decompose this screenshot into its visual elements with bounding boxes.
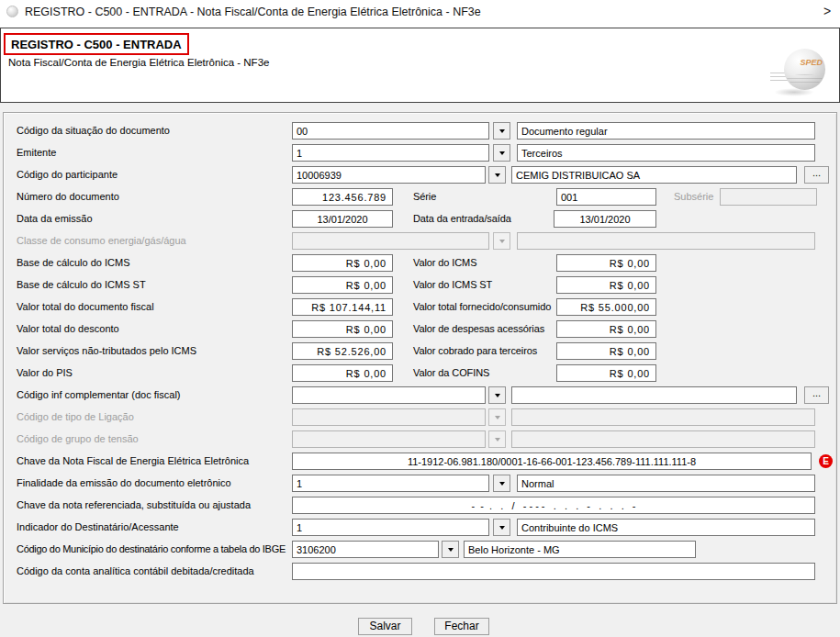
classe-dropdown-button: [493, 232, 510, 250]
expand-chevron-icon[interactable]: >: [823, 4, 831, 18]
emitente-code-input[interactable]: 1: [292, 144, 489, 162]
window-title: REGISTRO - C500 - ENTRADA - Nota Fiscal/…: [25, 6, 481, 18]
app-icon: [6, 6, 18, 17]
label-municipio-ibge: Código do Município do destinatário conf…: [17, 541, 286, 558]
sped-logo-icon: SPED: [784, 49, 825, 90]
chevron-down-icon: [495, 394, 500, 397]
grupo-tensao-code-input: [292, 430, 486, 448]
indicador-code-input[interactable]: 1: [292, 519, 489, 536]
window: REGISTRO - C500 - ENTRADA - Nota Fiscal/…: [0, 0, 840, 637]
label-valor-cofins: Valor da COFINS: [413, 364, 489, 382]
error-badge: E: [819, 454, 833, 468]
bc-icms-input[interactable]: R$ 0,00: [292, 254, 393, 272]
sped-logo-text: SPED: [800, 58, 823, 67]
header-title-box: REGISTRO - C500 - ENTRADA: [4, 33, 189, 55]
page-title: REGISTRO - C500 - ENTRADA: [11, 38, 182, 51]
finalidade-dropdown-button[interactable]: [493, 475, 510, 492]
label-chave-referenciada: Chave da nota referenciada, substituída …: [17, 497, 251, 514]
tipo-ligacao-dropdown-button: [488, 408, 506, 426]
situacao-dropdown-button[interactable]: [493, 122, 510, 140]
chevron-down-icon: [495, 173, 500, 177]
valor-total-doc-input[interactable]: R$ 107.144,11: [292, 298, 393, 316]
label-finalidade: Finalidade da emissão do documento eletr…: [17, 475, 231, 492]
chevron-down-icon: [499, 526, 505, 530]
emitente-desc-field[interactable]: Terceiros: [517, 144, 815, 162]
close-button[interactable]: Fechar: [434, 618, 489, 635]
label-data-emissao: Data da emissão: [17, 210, 93, 228]
situacao-desc-field[interactable]: Documento regular: [517, 122, 815, 140]
label-emitente: Emitente: [17, 144, 56, 162]
inf-complementar-desc-field[interactable]: [511, 386, 797, 404]
label-inf-complementar: Código inf complementar (doc fiscal): [17, 386, 181, 404]
bc-icms-st-input[interactable]: R$ 0,00: [292, 276, 393, 294]
chave-nf3e-input[interactable]: 11-1912-06.981.180/0001-16-66-001-123.45…: [292, 453, 812, 470]
label-data-entrada: Data da entrada/saída: [413, 210, 511, 228]
tipo-ligacao-code-input: [292, 408, 486, 426]
chave-referenciada-input[interactable]: - - . . / - - - - . . . - . . . -: [292, 497, 815, 514]
participante-dropdown-button[interactable]: [488, 166, 506, 184]
label-serie: Série: [413, 188, 436, 206]
label-subserie: Subsérie: [674, 188, 713, 206]
participante-code-input[interactable]: 10006939: [292, 166, 486, 184]
save-button[interactable]: Salvar: [358, 618, 412, 635]
cobrado-terceiros-input[interactable]: R$ 0,00: [556, 342, 656, 360]
page-subtitle: Nota Fiscal/Conta de Energia Elétrica El…: [8, 57, 269, 68]
chevron-down-icon: [499, 482, 505, 486]
label-cobrado-terceiros: Valor cobrado para terceiros: [413, 342, 537, 360]
label-valor-fornecido: Valor total fornecido/consumido: [413, 298, 551, 316]
label-bc-icms: Base de cálculo do ICMS: [17, 254, 130, 272]
valor-fornecido-input[interactable]: R$ 55.000,00: [556, 298, 656, 316]
data-entrada-input[interactable]: 13/01/2020: [554, 210, 656, 228]
label-bc-icms-st: Base de cálculo do ICMS ST: [17, 276, 146, 294]
nao-tributados-input[interactable]: R$ 52.526,00: [292, 342, 393, 360]
inf-complementar-dropdown-button[interactable]: [488, 386, 506, 404]
classe-desc-field: [517, 232, 815, 250]
label-numero: Número do documento: [17, 188, 119, 206]
municipio-dropdown-button[interactable]: [442, 541, 459, 558]
label-tipo-ligacao: Código de tipo de Ligação: [17, 408, 134, 426]
label-classe-consumo: Classe de consumo energia/gás/água: [17, 232, 186, 250]
situacao-code-input[interactable]: 00: [292, 122, 489, 140]
label-valor-total-doc: Valor total do documento fiscal: [17, 298, 154, 316]
emitente-dropdown-button[interactable]: [493, 144, 510, 162]
label-participante: Código do participante: [17, 166, 118, 184]
municipio-desc-field[interactable]: Belo Horizonte - MG: [464, 541, 696, 558]
indicador-desc-field[interactable]: Contribuinte do ICMS: [517, 519, 815, 536]
valor-desconto-input[interactable]: R$ 0,00: [292, 320, 393, 338]
label-valor-pis: Valor do PIS: [17, 364, 73, 382]
grupo-tensao-desc-field: [511, 430, 815, 448]
indicador-dropdown-button[interactable]: [493, 519, 510, 536]
inf-complementar-browse-button[interactable]: ...: [804, 386, 829, 404]
valor-cofins-input[interactable]: R$ 0,00: [556, 364, 656, 382]
subserie-input: [720, 188, 817, 206]
numero-input[interactable]: 123.456.789: [292, 188, 393, 206]
label-nao-tributados: Valor serviços não-tributados pelo ICMS: [17, 342, 196, 360]
municipio-code-input[interactable]: 3106200: [292, 541, 439, 558]
label-indicador-destinatario: Indicador do Destinatário/Acessante: [17, 519, 179, 536]
finalidade-desc-field[interactable]: Normal: [517, 475, 815, 492]
valor-icms-st-input[interactable]: R$ 0,00: [556, 276, 656, 294]
label-chave-nf3e: Chave da Nota Fiscal de Energia Elétrica…: [17, 453, 249, 470]
chevron-down-icon: [448, 548, 454, 552]
conta-analitica-input[interactable]: [292, 563, 815, 580]
label-valor-desconto: Valor total do desconto: [17, 320, 119, 338]
label-valor-icms: Valor do ICMS: [413, 254, 476, 272]
participante-browse-button[interactable]: ...: [804, 166, 829, 184]
chevron-down-icon: [499, 151, 505, 155]
chevron-down-icon: [495, 438, 500, 441]
chevron-down-icon: [495, 416, 500, 419]
grupo-tensao-dropdown-button: [488, 430, 506, 448]
serie-input[interactable]: 001: [556, 188, 656, 206]
despesas-acessorias-input[interactable]: R$ 0,00: [556, 320, 656, 338]
participante-desc-field[interactable]: CEMIG DISTRIBUICAO SA: [511, 166, 797, 184]
valor-icms-input[interactable]: R$ 0,00: [556, 254, 656, 272]
chevron-down-icon: [499, 240, 505, 243]
label-grupo-tensao: Código de grupo de tensão: [17, 430, 139, 448]
finalidade-code-input[interactable]: 1: [292, 475, 489, 492]
valor-pis-input[interactable]: R$ 0,00: [292, 364, 393, 382]
chevron-down-icon: [499, 129, 505, 133]
inf-complementar-code-input[interactable]: [292, 386, 486, 404]
label-situacao: Código da situação do documento: [17, 122, 170, 140]
label-valor-icms-st: Valor do ICMS ST: [413, 276, 492, 294]
data-emissao-input[interactable]: 13/01/2020: [292, 210, 393, 228]
